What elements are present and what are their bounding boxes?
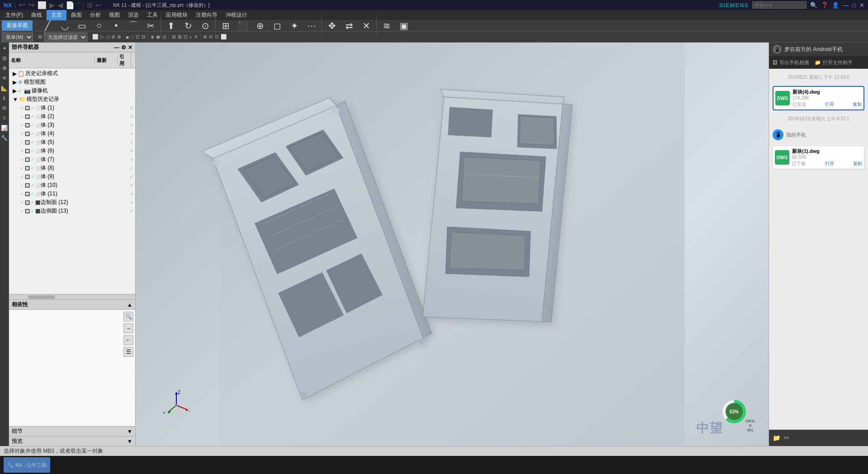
user-icon[interactable]: 👤 <box>832 2 839 9</box>
cut-footer-icon[interactable]: ✂ <box>784 434 789 441</box>
search-input[interactable] <box>752 1 807 9</box>
nav-settings[interactable]: ⚙ <box>121 44 126 51</box>
more-icon[interactable]: ⋯ <box>303 14 320 38</box>
tb2-icon6[interactable]: ■ <box>126 34 129 40</box>
transform-icon[interactable]: ✦ <box>286 14 302 38</box>
mirror-icon[interactable]: ⬛ <box>235 14 251 38</box>
detail-section[interactable]: 细节 ▼ <box>9 426 135 436</box>
file-message-1[interactable]: DWG 新块(4).dwg 174.29K 已发送 打开 复制 <box>773 86 864 110</box>
viewport-3d[interactable]: Z X Y OK% 0 0% <box>136 43 769 446</box>
menu-file[interactable]: 文件(F) <box>2 10 27 20</box>
tree-item-model-views[interactable]: ▶ 👁 模型视图 <box>9 78 135 86</box>
tb2-render1[interactable]: ◈ <box>151 34 154 40</box>
surface-icon[interactable]: ≋ <box>378 14 395 38</box>
left-icon-layer[interactable]: ≡ <box>0 114 9 122</box>
tb2-icon5[interactable]: ⊗ <box>117 34 121 40</box>
file-copy-btn-2[interactable]: 复制 <box>853 161 862 167</box>
tb2-render3[interactable]: ◎ <box>162 34 167 40</box>
dep-title: 相依性 <box>12 301 28 308</box>
tree-item-body8[interactable]: ✓ 🔲 ✓ ⬜ 体 (8) ✓ <box>9 164 135 172</box>
merge-icon[interactable]: ⊕ <box>252 14 268 38</box>
dep-list-icon[interactable]: ☰ <box>123 347 133 357</box>
dep-expand[interactable]: ▲ <box>127 302 132 308</box>
export-album-btn[interactable]: 🖼 导出手机相册 <box>773 59 809 66</box>
tb2-view2[interactable]: ⊖ <box>209 34 213 40</box>
tree-item-body11[interactable]: ✓ 🔲 ✓ ⬜ 体 (11) ✓ <box>9 190 135 198</box>
tb2-icon9[interactable]: ⊟ <box>142 34 146 40</box>
move-icon[interactable]: ✥ <box>324 14 340 38</box>
left-icon-select[interactable]: ✦ <box>0 44 9 52</box>
tb2-view3[interactable]: ⊙ <box>215 34 219 40</box>
album-icon: 🖼 <box>773 60 778 65</box>
file-open-btn-2[interactable]: 打开 <box>825 161 834 167</box>
tb2-view4[interactable]: ⬜ <box>221 34 227 40</box>
dep-search-icon[interactable]: 🔍 <box>123 312 133 322</box>
left-icon-settings[interactable]: ⚙ <box>0 104 9 112</box>
menu-select[interactable]: 菜单(M) <box>2 33 33 42</box>
tb2-icon4[interactable]: ⊕ <box>111 34 115 40</box>
tree-item-body3[interactable]: ✓ 🔲 ✓ ⬜ 体 (3) ✓ <box>9 121 135 129</box>
preview-section[interactable]: 预览 ▼ <box>9 436 135 446</box>
sketch-point-icon[interactable]: • <box>108 14 124 38</box>
file-copy-btn-1[interactable]: 复制 <box>853 101 862 108</box>
tree-item-history[interactable]: ▶ 📋 历史记录模式 <box>9 69 135 78</box>
tree-item-body4[interactable]: ✓ 🔲 ✓ ⬜ 体 (4) ✓ <box>9 129 135 138</box>
nav-minimize[interactable]: — <box>114 44 119 51</box>
tab-direct-sketch[interactable]: 直接草图 <box>2 20 33 31</box>
left-icon-graph[interactable]: 📊 <box>0 124 9 132</box>
tb2-snap2[interactable]: ⊠ <box>178 34 182 40</box>
close-btn[interactable]: ✕ <box>859 2 864 9</box>
dep-content: 🔍 → ← ☰ <box>9 310 135 426</box>
search-icon[interactable]: 🔍 <box>810 2 817 9</box>
tb2-view1[interactable]: ⊕ <box>203 34 207 40</box>
nav-close[interactable]: ✕ <box>128 44 132 51</box>
tree-item-body7[interactable]: ✓ 🔲 ✓ ⬜ 体 (7) ✓ <box>9 155 135 164</box>
tree-item-camera[interactable]: ▶ ✓ 📷 摄像机 <box>9 86 135 95</box>
status-bar: 选择对象并使用 MB3，或者双击某一对象 <box>0 446 868 456</box>
filter-select[interactable]: 无选择过滤器 <box>44 33 87 42</box>
file-message-2[interactable]: DWG 新块(1).dwg 82.50K 已下载 打开 复制 <box>773 146 864 169</box>
tb2-snap3[interactable]: ⊡ <box>184 34 188 40</box>
nav-scrollbar[interactable] <box>9 294 135 299</box>
tree-item-model-history[interactable]: ▼ 📁 模型历史记录 <box>9 95 135 104</box>
tree-item-body1[interactable]: ✓ 🔲 ✓ ⬜ 体 (1) ✓ <box>9 104 135 112</box>
minimize-btn[interactable]: — <box>843 2 849 9</box>
tree-item-edge12[interactable]: ✓ 🔲 ✓ ⬛ 边制面 (12) ✓ <box>9 198 135 207</box>
left-icon-info[interactable]: ℹ <box>0 94 9 102</box>
tb2-snap5[interactable]: ✕ <box>194 34 198 40</box>
tb2-render2[interactable]: ◉ <box>156 34 160 40</box>
tree-item-body6[interactable]: ✓ 🔲 ✓ ⬜ 体 (6) ✓ <box>9 147 135 155</box>
taskbar-item-nx[interactable]: 🔧 NX - 公牛三插 <box>4 457 50 473</box>
tree-item-body10[interactable]: ✓ 🔲 ✓ ⬜ 体 (10) ✓ <box>9 181 135 190</box>
dep-arrow-left-icon[interactable]: ← <box>123 335 133 345</box>
detail-expand-icon: ▼ <box>127 428 132 435</box>
delete-icon[interactable]: ✕ <box>358 14 374 38</box>
file-open-btn-1[interactable]: 打开 <box>825 101 834 108</box>
tb2-icon2[interactable]: ▷ <box>100 34 104 40</box>
tree-item-edge13[interactable]: ✓ 🔲 ✓ ⬛ 边倒圆 (13) ✓ <box>9 207 135 215</box>
tree-item-body2[interactable]: ✓ 🔲 ✓ ⬜ 体 (2) ✓ <box>9 112 135 121</box>
left-icon-snap[interactable]: ⊞ <box>0 54 9 62</box>
restore-btn[interactable]: □ <box>852 2 856 9</box>
folder-footer-icon[interactable]: 📁 <box>773 434 780 441</box>
dep-arrow-right-icon[interactable]: → <box>123 323 133 333</box>
left-icon-move[interactable]: ✥ <box>0 64 9 72</box>
left-icon-measure[interactable]: 📐 <box>0 84 9 92</box>
open-file-assistant-btn[interactable]: 📁 打开文件助手 <box>815 59 853 66</box>
tb2-icon3[interactable]: ◁ <box>106 34 109 40</box>
preview-title: 预览 <box>12 437 23 445</box>
left-icon-part[interactable]: 🔧 <box>0 134 9 142</box>
left-icon-view[interactable]: 👁 <box>0 74 9 82</box>
tb2-icon1[interactable]: ⬜ <box>92 34 99 40</box>
thicken-icon[interactable]: ▣ <box>396 14 412 38</box>
help-icon[interactable]: ❓ <box>821 2 828 9</box>
tree-item-body9[interactable]: ✓ 🔲 ✓ ⬜ 体 (9) ✓ <box>9 172 135 181</box>
my-phone-avatar: 📱 <box>773 129 783 140</box>
tb2-snap1[interactable]: ⊞ <box>172 34 176 40</box>
edge-icon[interactable]: ◻ <box>269 14 285 38</box>
tb2-icon8[interactable]: ⊡ <box>136 34 140 40</box>
tree-item-body5[interactable]: ✓ 🔲 ✓ ⬜ 体 (5) ✓ <box>9 138 135 147</box>
tb2-icon7[interactable]: □ <box>131 34 134 40</box>
tb2-snap4[interactable]: + <box>189 34 192 40</box>
replace-icon[interactable]: ⇄ <box>341 14 357 38</box>
